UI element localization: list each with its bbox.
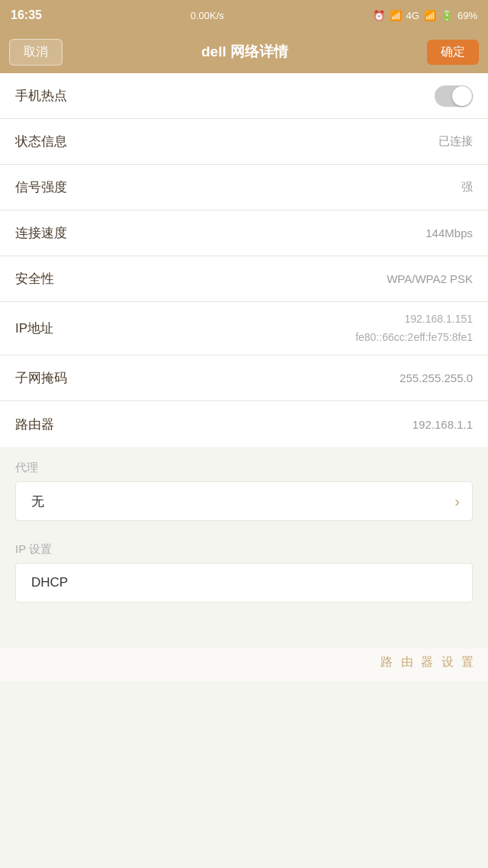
proxy-input-row[interactable]: 无 › <box>15 481 473 521</box>
nav-bar: 取消 dell 网络详情 确定 <box>0 31 488 73</box>
ip-v6: fe80::66cc:2eff:fe75:8fe1 <box>355 329 473 347</box>
battery-icon: 🔋 <box>441 10 453 21</box>
router-row: 路由器 192.168.1.1 <box>0 401 488 447</box>
security-row: 安全性 WPA/WPA2 PSK <box>0 256 488 302</box>
ip-v4: 192.168.1.151 <box>355 310 473 329</box>
security-value: WPA/WPA2 PSK <box>387 272 473 285</box>
status-speed: 0.00K/s <box>191 10 224 21</box>
dhcp-value: DHCP <box>31 575 68 590</box>
signal-value: 强 <box>461 180 473 194</box>
ip-values: 192.168.1.151 fe80::66cc:2eff:fe75:8fe1 <box>355 310 473 347</box>
connection-speed-row: 连接速度 144Mbps <box>0 211 488 256</box>
network-type: 4G <box>406 10 419 21</box>
hotspot-row: 手机热点 <box>0 73 488 119</box>
confirm-button[interactable]: 确定 <box>427 40 479 65</box>
ip-address-row: IP地址 192.168.1.151 fe80::66cc:2eff:fe75:… <box>0 302 488 355</box>
router-label: 路由器 <box>15 416 54 433</box>
battery-level: 69% <box>458 10 477 21</box>
signal-label: 信号强度 <box>15 178 67 196</box>
signal-row: 信号强度 强 <box>0 165 488 211</box>
subnet-row: 子网掩码 255.255.255.0 <box>0 355 488 401</box>
status-row: 状态信息 已连接 <box>0 119 488 165</box>
connection-speed-label: 连接速度 <box>15 224 67 242</box>
status-icons: ⏰ 📶 4G 📶 🔋 69% <box>373 10 477 21</box>
subnet-value: 255.255.255.0 <box>400 371 473 384</box>
proxy-section-header: 代理 <box>15 461 473 475</box>
signal-icon: 📶 <box>424 10 436 21</box>
ip-label: IP地址 <box>15 320 53 337</box>
status-value: 已连接 <box>438 134 473 149</box>
subnet-label: 子网掩码 <box>15 369 67 387</box>
proxy-section: 代理 无 › <box>0 447 488 529</box>
clock-icon: ⏰ <box>373 10 385 21</box>
router-value: 192.168.1.1 <box>413 418 473 431</box>
wifi-icon: 📶 <box>390 10 402 21</box>
cancel-button[interactable]: 取消 <box>9 39 63 66</box>
hotspot-toggle[interactable] <box>435 85 473 107</box>
toggle-knob <box>452 86 472 106</box>
content-area: 手机热点 状态信息 已连接 信号强度 强 连接速度 144Mbps 安全性 WP… <box>0 73 488 681</box>
ip-settings-content: IP 设置 DHCP <box>0 529 488 648</box>
security-label: 安全性 <box>15 270 54 288</box>
status-label: 状态信息 <box>15 133 67 150</box>
hotspot-label: 手机热点 <box>15 87 67 104</box>
ip-settings-header: IP 设置 <box>15 542 473 557</box>
page-title: dell 网络详情 <box>201 42 288 62</box>
status-bar: 16:35 0.00K/s ⏰ 📶 4G 📶 🔋 69% <box>0 0 488 31</box>
proxy-value: 无 <box>31 493 44 510</box>
status-time: 16:35 <box>11 8 42 22</box>
ip-settings-section: IP 设置 DHCP 路 由 器 设 置 <box>0 529 488 681</box>
dhcp-input-row[interactable]: DHCP <box>15 563 473 603</box>
connection-speed-value: 144Mbps <box>425 227 473 240</box>
chevron-right-icon: › <box>454 493 460 510</box>
router-settings-button[interactable]: 路 由 器 设 置 <box>380 654 476 670</box>
